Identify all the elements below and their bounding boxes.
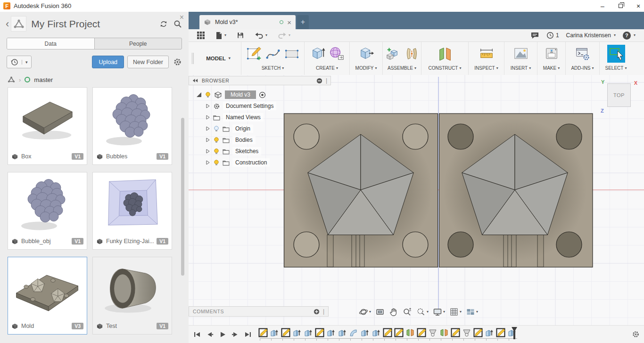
item-card-bubble-obj[interactable]: Bubble_obj V1	[8, 172, 87, 250]
timeline-feature-extrude-icon[interactable]	[372, 328, 381, 337]
timeline-feature-sketch-icon[interactable]	[315, 328, 324, 337]
timeline-playhead[interactable]	[511, 327, 518, 341]
ribbon-menu-sketch[interactable]: SKETCH▾	[262, 65, 284, 71]
step-back-icon[interactable]	[206, 331, 214, 338]
new-document-tab-button[interactable]: +	[297, 15, 309, 29]
zoom-tool[interactable]	[401, 307, 413, 317]
display-settings[interactable]: ▾	[431, 307, 446, 317]
undo-button[interactable]: ▾	[249, 32, 272, 39]
branch-name[interactable]: master	[34, 76, 53, 83]
look-at-tool[interactable]	[374, 307, 386, 317]
item-card-funky[interactable]: Funky Elzing-Jai... V1	[92, 172, 172, 250]
timeline-feature-extrude-icon[interactable]	[292, 328, 302, 337]
ribbon-menu-insert[interactable]: INSERT▾	[511, 65, 531, 71]
document-tab-mold-v3[interactable]: Mold v3* ×	[199, 15, 296, 29]
spline-tool-icon[interactable]	[264, 45, 282, 63]
expand-arrow-icon[interactable]	[206, 138, 210, 142]
new-folder-button[interactable]: New Folder	[127, 56, 169, 68]
grid-snap-settings[interactable]: ▾	[448, 307, 463, 317]
orbit-tool[interactable]: ▾	[357, 307, 372, 317]
activate-radio-icon[interactable]	[259, 91, 266, 98]
timeline-feature-hole-icon[interactable]	[462, 328, 471, 337]
version-badge[interactable]: V1	[72, 153, 83, 160]
timeline-feature-sketch-icon[interactable]	[258, 328, 268, 337]
version-history-button[interactable]: ▾	[7, 56, 32, 68]
tab-data[interactable]: Data	[7, 38, 94, 49]
panel-settings-gear-icon[interactable]	[173, 57, 182, 66]
printer-3d-icon[interactable]	[543, 45, 561, 63]
panel-resize-handle[interactable]: |	[326, 77, 327, 84]
restore-icon[interactable]	[611, 0, 629, 12]
timeline-feature-extrude-icon[interactable]	[338, 328, 347, 337]
version-badge[interactable]: V3	[72, 323, 83, 329]
add-comment-icon[interactable]	[314, 309, 320, 315]
zoom-window-tool[interactable]: ▾	[415, 307, 430, 317]
timeline-feature-sketch-icon[interactable]	[394, 328, 404, 337]
timeline-feature-fillet-icon[interactable]	[349, 328, 358, 337]
browser-row-root[interactable]: Mold v3	[189, 89, 331, 100]
timeline-feature-extrude-icon[interactable]	[326, 328, 336, 337]
timeline-feature-sketch-icon[interactable]	[281, 328, 290, 337]
app-grid-icon[interactable]	[191, 31, 210, 40]
refresh-icon[interactable]	[159, 20, 168, 28]
user-menu[interactable]: Carina Kristensen ▾	[566, 32, 616, 39]
item-card-mold[interactable]: Mold V3	[8, 257, 87, 335]
expand-arrow-icon[interactable]	[206, 160, 210, 165]
expand-arrow-icon[interactable]	[206, 115, 210, 120]
browser-row-named-views[interactable]: Named Views	[189, 112, 331, 123]
timeline-feature-extrude-icon[interactable]	[270, 328, 279, 337]
toolbar-grip[interactable]	[190, 42, 196, 75]
timeline-feature-sketch-icon[interactable]	[451, 328, 460, 337]
item-card-test[interactable]: Test V1	[92, 257, 172, 335]
view-cube[interactable]: TOP Y X Z	[607, 83, 631, 107]
tab-close-icon[interactable]: ×	[287, 19, 291, 26]
item-card-box[interactable]: Box V1	[8, 87, 87, 165]
close-window-icon[interactable]: ×	[629, 0, 644, 12]
ribbon-menu-inspect[interactable]: INSPECT▾	[474, 65, 498, 71]
browser-row-construction[interactable]: Construction	[189, 157, 331, 168]
version-badge[interactable]: V1	[157, 238, 168, 245]
browser-row-sketches[interactable]: Sketches	[189, 146, 331, 157]
press-pull-icon[interactable]	[357, 45, 375, 63]
help-menu[interactable]: ? ▾	[623, 32, 636, 40]
timeline-feature-sketch-icon[interactable]	[473, 328, 483, 337]
panel-scrollbar-thumb[interactable]	[181, 118, 184, 276]
upload-button[interactable]: Upload	[92, 56, 124, 68]
bulb-on-icon[interactable]	[205, 91, 211, 98]
construction-plane-icon[interactable]	[436, 45, 454, 63]
expand-arrow-icon[interactable]	[206, 126, 210, 131]
chevron-down-icon[interactable]: ▾	[22, 60, 31, 65]
project-icon[interactable]	[8, 76, 15, 83]
redo-button[interactable]: ▾	[272, 32, 296, 39]
timeline-feature-extrude-icon[interactable]	[485, 328, 494, 337]
bulb-on-icon[interactable]	[213, 137, 220, 143]
select-tool-icon[interactable]	[607, 45, 625, 63]
go-to-end-icon[interactable]	[244, 331, 252, 338]
timeline-feature-sketch-icon[interactable]	[383, 328, 392, 337]
bulb-off-icon[interactable]	[213, 125, 220, 132]
expand-arrow-icon[interactable]	[206, 104, 210, 108]
comment-bubble-icon[interactable]	[530, 32, 539, 40]
create-form-icon[interactable]	[328, 45, 346, 63]
extrude-icon[interactable]	[309, 45, 327, 63]
workspace-selector[interactable]: MODEL ▾	[196, 42, 241, 75]
tab-people[interactable]: People	[94, 38, 182, 49]
timeline-feature-mirror-icon[interactable]	[405, 328, 415, 337]
viewport-canvas[interactable]: BROWSER | Mold v3 Document	[189, 75, 644, 325]
expand-arrow-icon[interactable]	[206, 149, 210, 154]
pan-tool[interactable]	[388, 307, 400, 317]
insert-image-icon[interactable]	[512, 45, 530, 63]
browser-row-document-settings[interactable]: Document Settings	[189, 100, 331, 112]
ribbon-menu-assemble[interactable]: ASSEMBLE▾	[388, 65, 416, 71]
file-menu-button[interactable]: ▾	[210, 32, 231, 40]
collapse-panel-icon[interactable]	[192, 78, 198, 83]
browser-row-bodies[interactable]: Bodies	[189, 134, 331, 146]
go-to-start-icon[interactable]	[193, 331, 201, 338]
new-component-icon[interactable]	[384, 45, 402, 63]
bulb-on-icon[interactable]	[213, 148, 220, 155]
ribbon-menu-addins[interactable]: ADD-INS▾	[571, 65, 594, 71]
ribbon-menu-modify[interactable]: MODIFY▾	[355, 65, 377, 71]
ribbon-menu-create[interactable]: CREATE▾	[316, 65, 338, 71]
browser-root-label[interactable]: Mold v3	[225, 90, 256, 99]
version-badge[interactable]: V1	[157, 153, 168, 160]
